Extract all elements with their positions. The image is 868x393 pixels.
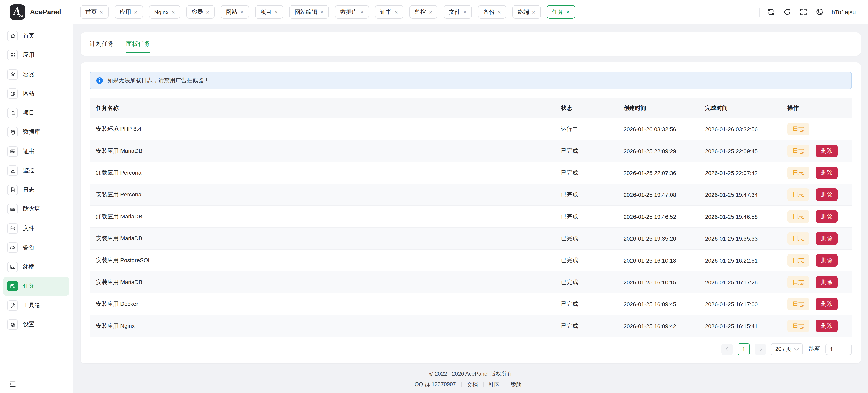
log-button[interactable]: 日志 — [787, 232, 809, 245]
top-tab[interactable]: 网站 × — [221, 5, 249, 19]
username[interactable]: hTo1ajsu — [832, 8, 856, 16]
sidebar-item[interactable]: 终端 — [3, 257, 69, 276]
sidebar-item[interactable]: 网站 — [3, 84, 69, 103]
prev-page-button[interactable] — [721, 343, 733, 355]
sidebar-item[interactable]: 容器 — [3, 65, 69, 84]
sidebar-item[interactable]: 备份 — [3, 238, 69, 257]
sidebar-item[interactable]: 日志 — [3, 180, 69, 200]
content-tab[interactable]: 计划任务 — [90, 32, 114, 56]
top-tab-label: 首页 — [86, 8, 97, 16]
delete-button[interactable]: 删除 — [816, 145, 838, 157]
close-icon[interactable]: × — [172, 9, 175, 15]
log-button[interactable]: 日志 — [787, 123, 809, 135]
log-button[interactable]: 日志 — [787, 320, 809, 332]
delete-button[interactable]: 删除 — [816, 320, 838, 332]
close-icon[interactable]: × — [100, 9, 103, 15]
sidebar-item[interactable]: 应用 — [3, 46, 69, 65]
sidebar-item[interactable]: 项目 — [3, 103, 69, 123]
close-icon[interactable]: × — [206, 9, 209, 15]
sidebar-collapse-icon[interactable] — [8, 380, 17, 388]
close-icon[interactable]: × — [320, 9, 324, 15]
close-icon[interactable]: × — [274, 9, 278, 15]
delete-button[interactable]: 删除 — [816, 232, 838, 245]
column-header-created: 创建时间 — [617, 98, 699, 118]
sidebar-item[interactable]: 任务 — [3, 276, 69, 296]
close-icon[interactable]: × — [134, 9, 138, 15]
task-actions-cell: 日志 删除 — [781, 228, 852, 249]
log-button[interactable]: 日志 — [787, 254, 809, 267]
fullscreen-icon[interactable] — [799, 8, 808, 16]
content-tab[interactable]: 面板任务 — [126, 32, 150, 56]
task-completed-cell: 2026-01-25 22:09:45 — [699, 140, 781, 162]
next-page-button[interactable] — [754, 343, 766, 355]
log-button[interactable]: 日志 — [787, 145, 809, 157]
top-tab[interactable]: 网站编辑 × — [289, 5, 329, 19]
info-banner-text: 如果无法加载日志，请禁用广告拦截器！ — [107, 77, 209, 84]
sidebar-item[interactable]: 防火墙 — [3, 200, 69, 219]
top-tab[interactable]: 项目 × — [255, 5, 283, 19]
reload-icon[interactable] — [783, 8, 792, 16]
footer-link[interactable]: 赞助 — [505, 382, 527, 387]
task-created-cell: 2026-01-25 19:47:08 — [617, 184, 699, 206]
sidebar-item-label: 应用 — [23, 52, 34, 59]
close-icon[interactable]: × — [395, 9, 398, 15]
delete-button[interactable]: 删除 — [816, 254, 838, 267]
log-button[interactable]: 日志 — [787, 276, 809, 289]
top-tab[interactable]: 任务 × — [547, 5, 575, 19]
log-button[interactable]: 日志 — [787, 210, 809, 223]
top-tab[interactable]: 首页 × — [80, 5, 108, 19]
monitor-icon — [7, 165, 18, 176]
table-row: 安装应用 Percona 已完成 2026-01-25 19:47:08 202… — [90, 184, 852, 206]
log-button[interactable]: 日志 — [787, 298, 809, 310]
jump-to-input[interactable] — [826, 343, 852, 355]
log-button[interactable]: 日志 — [787, 167, 809, 179]
top-tab-label: 任务 — [552, 8, 563, 16]
top-tab[interactable]: 文件 × — [444, 5, 472, 19]
delete-button[interactable]: 删除 — [816, 276, 838, 289]
top-tab[interactable]: 终端 × — [513, 5, 541, 19]
content-tab-label: 面板任务 — [126, 40, 150, 48]
close-icon[interactable]: × — [463, 9, 467, 15]
close-icon[interactable]: × — [429, 9, 432, 15]
top-tab[interactable]: 备份 × — [478, 5, 506, 19]
close-icon[interactable]: × — [566, 9, 570, 15]
log-button[interactable]: 日志 — [787, 188, 809, 201]
top-tab[interactable]: 监控 × — [409, 5, 438, 19]
top-tab[interactable]: 应用 × — [115, 5, 143, 19]
task-actions-cell: 日志 删除 — [781, 162, 852, 184]
sidebar-item[interactable]: 文件 — [3, 219, 69, 238]
files-icon — [7, 223, 18, 234]
delete-button[interactable]: 删除 — [816, 167, 838, 179]
delete-button[interactable]: 删除 — [816, 210, 838, 223]
task-actions-cell: 日志 删除 — [781, 184, 852, 206]
close-icon[interactable]: × — [360, 9, 364, 15]
dark-mode-icon[interactable] — [815, 8, 824, 16]
top-tab[interactable]: 证书 × — [375, 5, 403, 19]
page-number-button[interactable]: 1 — [738, 343, 750, 355]
logs-icon — [7, 185, 18, 195]
close-icon[interactable]: × — [532, 9, 535, 15]
sidebar-item[interactable]: 工具箱 — [3, 296, 69, 315]
delete-button[interactable]: 删除 — [816, 188, 838, 201]
settings-icon — [7, 320, 18, 330]
delete-button[interactable]: 删除 — [816, 298, 838, 310]
top-tab[interactable]: 数据库 × — [335, 5, 369, 19]
top-tab[interactable]: 容器 × — [186, 5, 215, 19]
sidebar-item-label: 终端 — [23, 263, 34, 271]
sidebar-item[interactable]: 监控 — [3, 161, 69, 180]
page-size-select[interactable]: 20 / 页 — [771, 343, 803, 355]
column-header-name: 任务名称 — [90, 98, 555, 118]
close-icon[interactable]: × — [240, 9, 244, 15]
sidebar-item[interactable]: 数据库 — [3, 123, 69, 142]
sidebar-item[interactable]: 证书 — [3, 142, 69, 161]
table-row: 安装应用 MariaDB 已完成 2026-01-25 19:35:20 202… — [90, 228, 852, 249]
task-status-cell: 已完成 — [555, 162, 617, 184]
sidebar-item[interactable]: 设置 — [3, 315, 69, 334]
top-tab[interactable]: Nginx × — [149, 5, 180, 19]
footer-link[interactable]: 社区 — [483, 382, 505, 387]
divider — [760, 7, 760, 17]
sidebar-item[interactable]: 首页 — [3, 26, 69, 46]
footer-link[interactable]: 文档 — [461, 382, 483, 387]
close-icon[interactable]: × — [497, 9, 501, 15]
sync-icon[interactable] — [767, 8, 775, 16]
